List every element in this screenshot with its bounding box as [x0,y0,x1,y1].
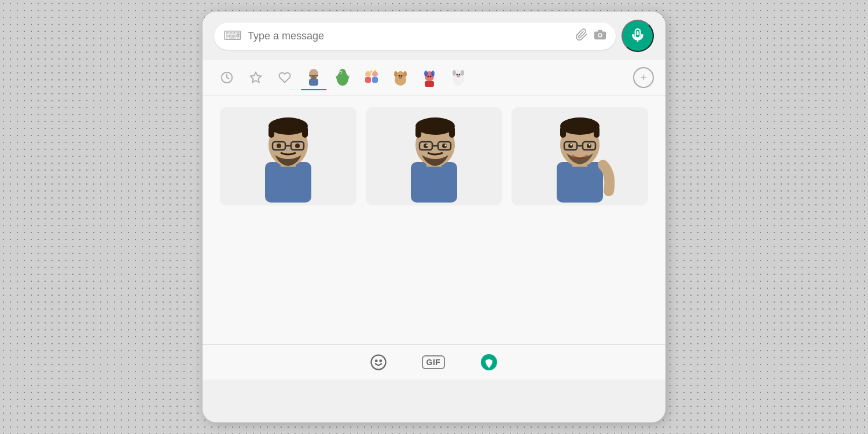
sticker-pack-dino[interactable] [330,65,355,90]
sticker-pack-person[interactable] [301,65,326,90]
svg-rect-46 [302,126,308,138]
svg-point-33 [430,76,432,78]
svg-rect-29 [425,81,434,87]
svg-rect-65 [557,162,603,203]
svg-point-80 [380,360,381,362]
svg-rect-70 [594,126,599,138]
svg-text:★: ★ [374,69,377,72]
svg-point-26 [401,75,403,77]
svg-point-78 [371,355,385,370]
svg-marker-6 [251,72,261,82]
sticker-pack-girls[interactable]: ★ ★ [359,65,384,90]
camera-icon[interactable] [594,28,606,44]
bottom-tabs: GIF [203,344,665,380]
svg-point-39 [459,74,461,76]
svg-rect-41 [265,162,311,203]
svg-rect-45 [269,126,274,138]
liked-icon[interactable] [272,65,297,90]
plus-icon: + [641,72,647,83]
svg-rect-4 [637,31,638,35]
svg-point-77 [589,144,591,146]
sticker-item-2[interactable] [366,107,502,205]
message-bar: ⌨ [203,12,665,60]
input-wrapper: ⌨ [214,23,616,50]
svg-point-76 [571,144,572,146]
svg-rect-52 [411,162,457,203]
gif-tab[interactable]: GIF [422,355,446,369]
sticker-pack-puppy[interactable] [446,65,471,90]
svg-point-2 [599,34,602,36]
sticker-item-1[interactable] [220,107,356,205]
paperclip-icon[interactable] [575,28,588,44]
svg-point-40 [457,76,460,78]
svg-point-27 [399,76,402,79]
svg-point-68 [560,117,599,135]
svg-point-63 [426,145,428,146]
sticker-nav: ★ ★ [203,60,665,95]
svg-point-38 [457,74,458,76]
svg-rect-56 [415,126,421,138]
message-input[interactable] [248,30,569,42]
svg-point-44 [269,117,308,135]
svg-point-23 [394,71,398,77]
recent-icon[interactable] [214,65,240,90]
svg-text:★: ★ [369,69,373,74]
svg-point-79 [376,360,377,362]
svg-rect-10 [309,79,318,86]
starred-icon[interactable] [243,65,269,90]
svg-point-55 [415,117,455,135]
sticker-grid [203,95,665,344]
svg-rect-57 [449,126,455,138]
svg-rect-3 [598,30,602,32]
svg-point-25 [399,75,400,77]
svg-point-24 [403,71,407,77]
phone-container: ⌨ [203,12,665,422]
gif-label: GIF [422,355,446,369]
svg-rect-17 [365,77,371,83]
svg-point-31 [431,71,435,76]
svg-rect-69 [560,126,566,138]
emoji-tab[interactable] [370,354,387,371]
svg-point-64 [445,145,447,146]
sticker-item-3[interactable] [512,107,648,205]
svg-point-51 [295,144,300,148]
keyboard-icon[interactable]: ⌨ [223,28,242,43]
svg-rect-18 [372,77,378,83]
svg-point-14 [340,72,341,73]
svg-point-36 [453,70,456,76]
svg-point-32 [428,76,429,78]
svg-point-37 [461,70,464,76]
svg-rect-8 [309,75,318,76]
add-pack-button[interactable]: + [633,67,654,88]
sticker-pack-dog[interactable] [388,65,413,90]
sticker-pack-hero[interactable] [417,65,442,90]
svg-point-30 [424,71,428,76]
svg-point-50 [277,144,281,148]
mic-button[interactable] [621,20,654,52]
sticker-tab[interactable] [480,353,498,372]
